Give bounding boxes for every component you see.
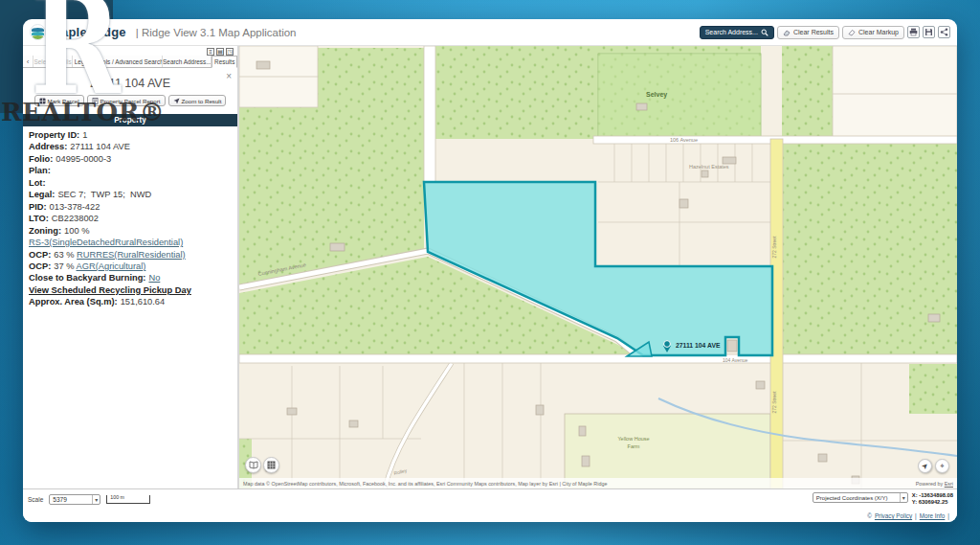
field-backyard-burning: Close to Backyard Burning:No: [29, 272, 237, 284]
close-result-icon[interactable]: ×: [226, 72, 232, 81]
tab-tools-advanced-search[interactable]: Tools / Advanced Search: [98, 56, 163, 67]
zoom-to-result-button[interactable]: Zoom to Result: [168, 95, 227, 106]
tab-search-address[interactable]: Search Address...: [163, 56, 212, 67]
map-label-farm-2: Farm: [628, 443, 640, 449]
scale-label: Scale: [28, 496, 43, 503]
field-lot: Lot:: [29, 177, 237, 189]
panel-layout-icon[interactable]: ▤: [216, 48, 224, 56]
map-label-272-street: 272 Street: [771, 236, 777, 259]
field-folio: Folio:04995-0000-3: [29, 153, 237, 165]
locate-button[interactable]: ⌖: [935, 459, 949, 473]
coordinate-system-select[interactable]: Projected Coordinates (X/Y) ▾: [813, 492, 908, 503]
maple-ridge-logo-icon: [30, 24, 46, 40]
imagery-grid-icon: [267, 461, 276, 469]
zoom-arrow-icon: [173, 98, 180, 104]
parcel-report-label: Property Parcel Report: [100, 98, 161, 104]
clear-markup-label: Clear Markup: [858, 29, 899, 35]
tab-results[interactable]: Results: [212, 56, 237, 68]
field-recycling-link: View Scheduled Recycling Pickup Day: [29, 284, 237, 296]
mark-parcel-button[interactable]: Mark Parcel: [34, 95, 84, 106]
map-label-104-avenue: 104 Avenue: [723, 357, 748, 363]
basemap-gallery-button[interactable]: [245, 457, 261, 473]
clear-results-button[interactable]: Clear Results: [777, 26, 839, 39]
scale-select[interactable]: 5379 ▾: [49, 494, 100, 505]
property-fields: Property ID:1 Address:27111 104 AVE Foli…: [23, 129, 237, 308]
search-address-label: Search Address...: [705, 29, 758, 35]
field-plan: Plan:: [29, 165, 237, 176]
collapse-panel-arrow[interactable]: ‹: [23, 56, 33, 67]
status-bar: Scale 5379 ▾ 100 m Projected Coordinates…: [23, 488, 957, 522]
powered-by: Powered by Esri: [916, 481, 953, 487]
results-panel: ≡ ▤ ◳ ‹ Select Details Legend Tools / Ad…: [23, 46, 239, 488]
floppy-disk-icon: [924, 28, 933, 36]
ocp-agr-link[interactable]: AGR(Agricultural): [77, 261, 146, 271]
map-label-farm-1: Yellow House: [617, 436, 649, 442]
field-property-id: Property ID:1: [29, 129, 237, 141]
privacy-policy-link[interactable]: Privacy Policy: [875, 512, 912, 519]
mark-parcel-label: Mark Parcel: [48, 98, 79, 104]
panel-popout-icon[interactable]: ◳: [226, 48, 234, 56]
scale-bar: 100 m: [106, 495, 150, 504]
print-button[interactable]: [907, 26, 920, 38]
cursor-coordinates: X: -13634898.08 Y: 6306942.25: [912, 492, 953, 506]
map-label-selvey: Selvey: [646, 91, 667, 99]
forest-area: [909, 364, 957, 414]
maple-ridge-logo-text: Maple Ridge: [51, 25, 126, 39]
field-legal: Legal:SEC 7; TWP 15; NWD: [29, 189, 237, 200]
field-address: Address:27111 104 AVE: [29, 141, 237, 152]
zoning-link[interactable]: RS-3(SingleDetachedRuralResidential): [29, 238, 183, 247]
clear-markup-button[interactable]: Clear Markup: [842, 26, 904, 39]
field-lto: LTO:CB2238002: [29, 213, 237, 224]
property-section-header: Property: [23, 114, 237, 126]
field-ocp-1: OCP:63 % RURRES(RuralResidential): [29, 249, 237, 261]
selvey-park-texture: [598, 54, 761, 139]
result-actions: Mark Parcel Property Parcel Report Zoom …: [23, 95, 237, 106]
chevron-down-icon: ▾: [900, 493, 907, 502]
printer-icon: [909, 28, 918, 36]
map-label-106-avenue: 106 Avenue: [670, 137, 698, 143]
app-title: | Ridge View 3.1 Map Application: [136, 27, 297, 38]
ocp-rurres-link[interactable]: RURRES(RuralResidential): [77, 250, 186, 260]
share-button[interactable]: [938, 26, 950, 38]
map-canvas[interactable]: Selvey 106 Avenue Hazelnut Estates 272 S…: [239, 46, 957, 488]
report-document-icon: [92, 98, 99, 104]
recycling-pickup-link[interactable]: View Scheduled Recycling Pickup Day: [29, 285, 191, 295]
zoom-to-result-label: Zoom to Result: [182, 98, 222, 104]
map-application-window: Maple Ridge | Ridge View 3.1 Map Applica…: [23, 19, 957, 522]
marker-address-label: 27111 104 AVE: [676, 342, 721, 349]
save-button[interactable]: [923, 26, 935, 38]
footer-links: © Privacy Policy | More Info |: [867, 512, 949, 519]
map-attribution-bar: Map data © OpenStreetMap contributors, M…: [239, 478, 957, 488]
field-pid: PID:013-378-422: [29, 201, 237, 213]
search-icon: [761, 29, 768, 36]
field-zoning: Zoning:100 % RS-3(SingleDetachedRuralRes…: [29, 225, 237, 249]
imagery-basemap-button[interactable]: [263, 457, 279, 473]
share-icon: [940, 28, 948, 36]
tab-legend[interactable]: Legend: [73, 56, 98, 67]
panel-dock-icon[interactable]: ≡: [207, 48, 214, 56]
map-label-272-street: 272 Street: [771, 391, 777, 414]
parcel-grid-icon: [39, 98, 46, 104]
app-header: Maple Ridge | Ridge View 3.1 Map Applica…: [23, 19, 957, 46]
search-address-button[interactable]: Search Address...: [700, 26, 774, 39]
more-info-link[interactable]: More Info: [920, 512, 946, 519]
map-viewport[interactable]: Selvey 106 Avenue Hazelnut Estates 272 S…: [239, 46, 957, 488]
panel-tabs: ‹ Select Details Legend Tools / Advanced…: [23, 56, 237, 68]
open-book-icon: [249, 461, 258, 469]
chevron-down-icon: ▾: [92, 495, 100, 504]
tab-select-details[interactable]: Select Details: [33, 56, 73, 67]
clear-results-label: Clear Results: [793, 29, 834, 35]
backyard-burning-link[interactable]: No: [148, 273, 160, 283]
map-label-hazelnut-estates: Hazelnut Estates: [689, 164, 729, 170]
eraser-icon: [848, 29, 856, 36]
property-parcel-report-button[interactable]: Property Parcel Report: [87, 95, 166, 106]
field-ocp-2: OCP:37 % AGR(Agricultural): [29, 261, 237, 272]
field-approx-area: Approx. Area (Sq.m):151,610.64: [29, 296, 237, 307]
eraser-icon: [783, 29, 791, 36]
esri-link[interactable]: Esri: [945, 481, 953, 487]
panel-toolbar: ≡ ▤ ◳: [23, 46, 237, 56]
result-title: 27111 104 AVE: [23, 77, 237, 90]
attribution-text: Map data © OpenStreetMap contributors, M…: [243, 481, 607, 487]
